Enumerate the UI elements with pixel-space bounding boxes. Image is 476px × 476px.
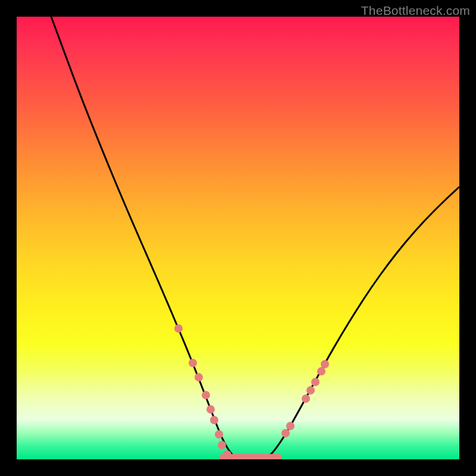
- data-marker: [202, 391, 210, 399]
- data-marker: [223, 450, 231, 459]
- data-marker: [215, 430, 223, 439]
- plot-area: [17, 17, 459, 459]
- data-marker: [218, 441, 226, 449]
- data-marker: [317, 367, 325, 375]
- data-marker: [195, 373, 203, 381]
- data-marker: [206, 405, 215, 414]
- data-marker: [281, 429, 290, 437]
- data-marker: [306, 386, 315, 394]
- data-marker: [189, 359, 197, 367]
- data-marker: [210, 416, 218, 424]
- data-marker: [174, 324, 183, 333]
- data-marker: [311, 378, 320, 386]
- data-marker: [321, 360, 329, 368]
- chart-svg: [17, 17, 459, 459]
- series-right-arm: [267, 187, 459, 458]
- data-marker: [286, 422, 295, 430]
- data-marker: [302, 394, 310, 403]
- watermark-label: TheBottleneck.com: [361, 4, 470, 18]
